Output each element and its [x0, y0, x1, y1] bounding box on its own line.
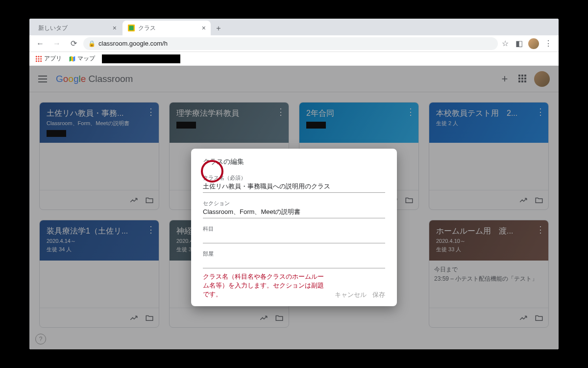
forward-button[interactable]: →	[50, 37, 64, 51]
dialog-title: クラスの編集	[203, 158, 385, 166]
svg-point-5	[36, 58, 37, 59]
subject-input[interactable]	[203, 233, 385, 241]
toolbar: ← → ⟳ 🔒 classroom.google.com/h ☆ ◧ ⋮	[29, 35, 559, 52]
edit-class-dialog: クラスの編集 クラス名（必須） 土佐リハ教員・事務職員への説明用のクラス セクシ…	[191, 149, 397, 306]
svg-point-8	[36, 60, 37, 62]
redacted-bookmark	[102, 54, 180, 63]
url-text: classroom.google.com/h	[98, 40, 168, 47]
classname-field[interactable]: クラス名（必須） 土佐リハ教員・事務職員への説明用のクラス	[203, 174, 385, 193]
classroom-favicon-icon	[127, 24, 135, 32]
field-label: セクション	[203, 200, 385, 207]
field-label: 科目	[203, 225, 385, 233]
star-icon[interactable]: ☆	[501, 39, 510, 48]
instruction-annotation: クラス名（科目名や各クラスのホームルーム名等）を入力します。セクションは副題です…	[203, 272, 329, 299]
browser-tab-active[interactable]: クラス ×	[122, 21, 211, 35]
svg-rect-1	[129, 26, 133, 30]
tab-strip: 新しいタブ × クラス × +	[29, 19, 559, 35]
field-label: クラス名（必須）	[203, 174, 385, 182]
extension-icon[interactable]: ◧	[514, 39, 523, 48]
browser-tab[interactable]: 新しいタブ ×	[33, 21, 122, 35]
subject-field[interactable]: 科目	[203, 225, 385, 243]
bookmark-label: アプリ	[44, 54, 62, 63]
classname-input[interactable]: 土佐リハ教員・事務職員への説明用のクラス	[203, 182, 385, 191]
apps-bookmark[interactable]: アプリ	[35, 54, 62, 63]
section-input[interactable]: Classroom、Form、Meetの説明書	[203, 208, 385, 216]
svg-point-9	[38, 60, 39, 62]
reload-button[interactable]: ⟳	[67, 37, 80, 51]
kebab-icon[interactable]: ⋮	[544, 39, 553, 48]
bookmarks-bar: アプリ マップ	[29, 52, 559, 66]
close-icon[interactable]: ×	[113, 24, 117, 32]
room-field[interactable]: 部屋	[203, 250, 385, 268]
back-button[interactable]: ←	[33, 37, 47, 51]
room-input[interactable]	[203, 258, 385, 266]
address-bar[interactable]: 🔒 classroom.google.com/h	[83, 37, 498, 50]
new-tab-button[interactable]: +	[212, 22, 225, 35]
svg-point-2	[36, 55, 37, 57]
tab-title: クラス	[138, 24, 156, 32]
bookmark-label: マップ	[77, 54, 95, 63]
save-button[interactable]: 保存	[372, 290, 385, 299]
svg-point-4	[40, 55, 42, 57]
close-icon[interactable]: ×	[202, 24, 206, 32]
svg-point-10	[40, 60, 42, 62]
tab-title: 新しいタブ	[38, 24, 68, 32]
field-label: 部屋	[203, 250, 385, 258]
apps-icon	[35, 55, 42, 62]
maps-bookmark[interactable]: マップ	[69, 54, 95, 63]
lock-icon: 🔒	[88, 40, 96, 47]
section-field[interactable]: セクション Classroom、Form、Meetの説明書	[203, 200, 385, 218]
browser-window: 新しいタブ × クラス × + ← → ⟳ 🔒 classroom.google…	[29, 19, 559, 349]
maps-icon	[69, 55, 75, 62]
svg-point-7	[40, 58, 42, 59]
svg-point-3	[38, 55, 39, 57]
profile-avatar[interactable]	[528, 38, 539, 49]
cancel-button[interactable]: キャンセル	[335, 290, 367, 299]
svg-point-6	[38, 58, 39, 59]
